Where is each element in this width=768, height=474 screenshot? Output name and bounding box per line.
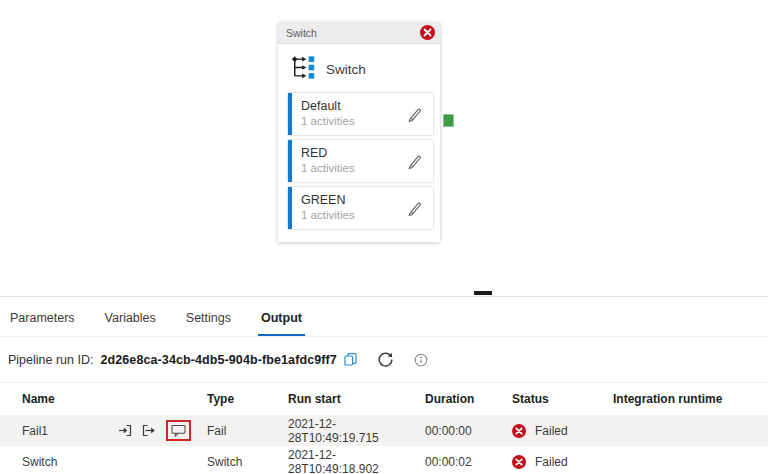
column-header-name[interactable]: Name <box>22 392 207 406</box>
pipeline-run-id-label: Pipeline run ID: <box>8 353 93 367</box>
activity-duration: 00:00:00 <box>425 424 512 438</box>
close-icon[interactable] <box>420 25 435 40</box>
panel-tabs: Parameters Variables Settings Output <box>0 297 768 337</box>
case-name: RED <box>301 145 407 161</box>
case-activity-count: 1 activities <box>301 208 407 223</box>
panel-resize-handle[interactable] <box>474 291 492 295</box>
output-arrow-icon[interactable] <box>142 424 156 437</box>
activity-run-start: 2021-12-28T10:49:19.715 <box>288 417 425 445</box>
switch-case-red[interactable]: RED 1 activities <box>288 140 433 182</box>
activity-duration: 00:00:02 <box>425 455 512 469</box>
status-label: Failed <box>535 455 568 469</box>
switch-activity-title-row: Switch <box>278 44 440 93</box>
case-name: GREEN <box>301 192 407 208</box>
activity-status: Failed <box>512 424 613 438</box>
activity-output-panel: Parameters Variables Settings Output Pip… <box>0 296 768 474</box>
case-name: Default <box>301 98 407 114</box>
copy-icon[interactable] <box>344 353 357 366</box>
activity-type: Fail <box>207 424 288 438</box>
tab-parameters[interactable]: Parameters <box>8 311 77 336</box>
switch-activity-name: Switch <box>326 62 366 77</box>
info-icon[interactable] <box>414 353 428 367</box>
column-header-integration-runtime[interactable]: Integration runtime <box>613 392 768 406</box>
column-header-duration[interactable]: Duration <box>425 392 512 406</box>
error-x-icon <box>512 424 526 438</box>
pipeline-run-id-row: Pipeline run ID: 2d26e8ca-34cb-4db5-904b… <box>0 337 768 383</box>
comment-bubble-icon[interactable] <box>171 424 186 437</box>
error-annotation-highlight <box>166 420 191 441</box>
results-table-header: Name Type Run start Duration Status Inte… <box>0 383 768 415</box>
activity-name: Switch <box>22 455 118 469</box>
table-row-switch: Switch Switch 2021-12-28T10:49:18.902 00… <box>0 446 768 474</box>
case-activity-count: 1 activities <box>301 114 407 129</box>
case-activity-count: 1 activities <box>301 161 407 176</box>
tab-variables[interactable]: Variables <box>103 311 158 336</box>
activity-run-start: 2021-12-28T10:49:18.902 <box>288 448 425 474</box>
column-header-type[interactable]: Type <box>207 392 288 406</box>
pipeline-debug-screen: Switch Switch <box>0 0 768 474</box>
activity-status: Failed <box>512 455 613 469</box>
success-connector-handle[interactable] <box>443 114 454 127</box>
column-header-status[interactable]: Status <box>512 392 613 406</box>
column-header-runstart[interactable]: Run start <box>288 392 425 406</box>
pencil-icon[interactable] <box>406 106 422 122</box>
switch-case-list: Default 1 activities RED 1 activities GR… <box>278 93 440 242</box>
switch-icon <box>291 55 317 83</box>
activity-type: Switch <box>207 455 288 469</box>
pipeline-run-id-value: 2d26e8ca-34cb-4db5-904b-fbe1afdc9ff7 <box>100 353 336 367</box>
input-arrow-icon[interactable] <box>118 424 132 437</box>
table-row-fail1: Fail1 Fail 2021-12-28T10:49:19 <box>0 415 768 446</box>
status-label: Failed <box>535 424 568 438</box>
tab-settings[interactable]: Settings <box>184 311 233 336</box>
switch-card-header-title: Switch <box>286 27 317 39</box>
pencil-icon[interactable] <box>406 200 422 216</box>
switch-card-header: Switch <box>278 22 440 44</box>
switch-activity-card[interactable]: Switch Switch <box>278 22 440 242</box>
switch-case-green[interactable]: GREEN 1 activities <box>288 187 433 229</box>
error-x-icon <box>512 455 526 469</box>
activity-name: Fail1 <box>22 424 118 438</box>
tab-output[interactable]: Output <box>259 311 304 336</box>
pencil-icon[interactable] <box>406 153 422 169</box>
switch-case-default[interactable]: Default 1 activities <box>288 93 433 135</box>
refresh-icon[interactable] <box>377 351 394 368</box>
